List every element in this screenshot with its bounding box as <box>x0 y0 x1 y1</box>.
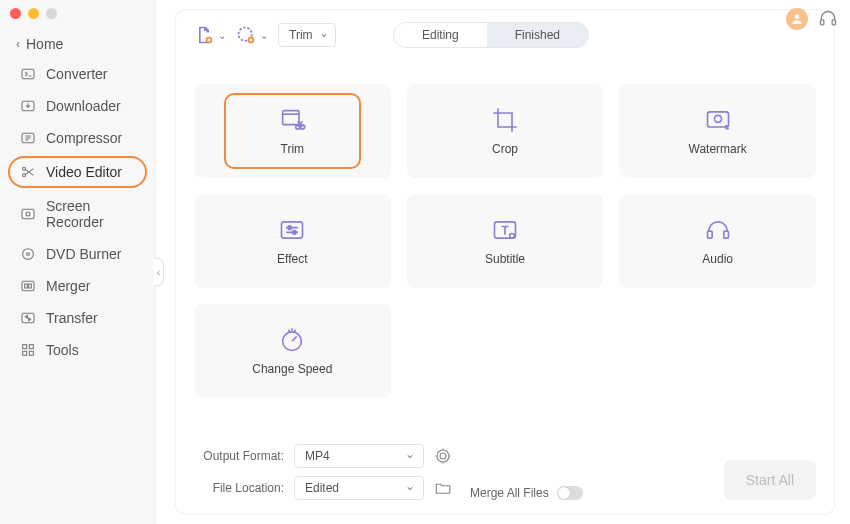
tool-mode-value: Trim <box>289 28 313 42</box>
svg-point-6 <box>23 167 26 170</box>
record-icon <box>20 206 36 222</box>
sidebar-item-video-editor[interactable]: Video Editor <box>8 156 147 188</box>
svg-rect-1 <box>821 20 824 25</box>
svg-point-27 <box>288 226 292 230</box>
add-file-icon <box>194 25 214 45</box>
segment-editing[interactable]: Editing <box>394 23 487 47</box>
output-settings-icon[interactable] <box>434 447 452 465</box>
sidebar-item-label: Video Editor <box>46 164 122 180</box>
sidebar-item-compressor[interactable]: Compressor <box>0 122 155 154</box>
sidebar-item-label: Tools <box>46 342 79 358</box>
svg-point-35 <box>437 450 449 462</box>
speed-icon <box>278 326 306 354</box>
sidebar-collapse-handle[interactable]: ‹ <box>154 258 164 286</box>
close-window-dot[interactable] <box>10 8 21 19</box>
svg-rect-26 <box>282 222 303 238</box>
sidebar-item-transfer[interactable]: Transfer <box>0 302 155 334</box>
main-area: ⌄ ⌄ Trim Editing Finished Trim <box>156 0 850 524</box>
sidebar-item-label: Compressor <box>46 130 122 146</box>
svg-point-11 <box>27 253 30 256</box>
sidebar-item-converter[interactable]: Converter <box>0 58 155 90</box>
add-folder-icon <box>236 25 256 45</box>
converter-icon <box>20 66 36 82</box>
tool-tile-crop[interactable]: Crop <box>407 84 604 178</box>
svg-point-25 <box>714 115 721 122</box>
tool-tile-effect[interactable]: Effect <box>194 194 391 288</box>
merge-toggle[interactable] <box>557 486 583 500</box>
chevron-left-icon: ‹ <box>16 37 20 51</box>
svg-rect-12 <box>22 281 34 290</box>
svg-point-30 <box>510 234 515 239</box>
transfer-icon <box>20 310 36 326</box>
svg-rect-32 <box>723 231 728 238</box>
tool-tile-subtitle[interactable]: Subtitle <box>407 194 604 288</box>
svg-point-7 <box>23 174 26 177</box>
svg-rect-24 <box>707 112 728 127</box>
headset-support-icon[interactable] <box>818 9 838 29</box>
start-all-label: Start All <box>746 472 794 488</box>
output-format-label: Output Format: <box>194 449 284 463</box>
selection-ring <box>224 93 361 169</box>
tool-tile-watermark[interactable]: Watermark <box>619 84 816 178</box>
sidebar-item-tools[interactable]: Tools <box>0 334 155 366</box>
avatar-icon[interactable] <box>786 8 808 30</box>
tile-label: Watermark <box>689 142 747 156</box>
svg-rect-15 <box>29 345 33 349</box>
sidebar-item-label: Converter <box>46 66 107 82</box>
sidebar-item-dvd-burner[interactable]: DVD Burner <box>0 238 155 270</box>
segment-finished[interactable]: Finished <box>487 23 588 47</box>
tile-label: Change Speed <box>252 362 332 376</box>
tool-tile-audio[interactable]: Audio <box>619 194 816 288</box>
svg-point-10 <box>23 249 34 260</box>
chevron-down-icon: ⌄ <box>218 30 226 41</box>
minimize-window-dot[interactable] <box>28 8 39 19</box>
svg-point-33 <box>283 332 302 351</box>
start-all-button[interactable]: Start All <box>724 460 816 500</box>
tile-label: Audio <box>702 252 733 266</box>
add-folder-dropdown[interactable]: ⌄ <box>236 25 268 45</box>
open-folder-icon[interactable] <box>434 479 452 497</box>
tool-mode-select[interactable]: Trim <box>278 23 336 47</box>
tile-label: Crop <box>492 142 518 156</box>
sidebar-item-merger[interactable]: Merger <box>0 270 155 302</box>
bottom-bar: Output Format: MP4 File Location: Edited… <box>194 424 816 500</box>
output-format-row: Output Format: MP4 <box>194 444 452 468</box>
toolbar: ⌄ ⌄ Trim Editing Finished <box>194 22 816 48</box>
tool-grid: Trim Crop Watermark Effect Subtitle Audi <box>194 84 816 398</box>
file-location-select[interactable]: Edited <box>294 476 424 500</box>
file-location-row: File Location: Edited <box>194 476 452 500</box>
sidebar-item-downloader[interactable]: Downloader <box>0 90 155 122</box>
audio-icon <box>704 216 732 244</box>
home-nav[interactable]: ‹ Home <box>0 30 155 58</box>
merge-all-files: Merge All Files <box>470 486 583 500</box>
chevron-down-icon: ⌄ <box>260 30 268 41</box>
crop-icon <box>491 106 519 134</box>
svg-point-28 <box>293 231 297 235</box>
svg-rect-2 <box>832 20 835 25</box>
merge-label: Merge All Files <box>470 486 549 500</box>
output-format-select[interactable]: MP4 <box>294 444 424 468</box>
output-format-value: MP4 <box>305 449 330 463</box>
watermark-icon <box>704 106 732 134</box>
top-right-controls <box>786 8 838 30</box>
tool-tile-change-speed[interactable]: Change Speed <box>194 304 391 398</box>
effect-icon <box>278 216 306 244</box>
tools-grid-icon <box>20 342 36 358</box>
home-label: Home <box>26 36 63 52</box>
file-location-value: Edited <box>305 481 339 495</box>
tool-tile-trim[interactable]: Trim <box>194 84 391 178</box>
scissors-icon <box>20 164 36 180</box>
editor-panel: ⌄ ⌄ Trim Editing Finished Trim <box>176 10 834 514</box>
svg-rect-31 <box>707 231 712 238</box>
compressor-icon <box>20 130 36 146</box>
zoom-window-dot[interactable] <box>46 8 57 19</box>
sidebar-item-screen-recorder[interactable]: Screen Recorder <box>0 190 155 238</box>
sidebar-item-label: DVD Burner <box>46 246 121 262</box>
svg-rect-13 <box>22 313 34 322</box>
svg-rect-8 <box>22 209 34 218</box>
tile-label: Subtitle <box>485 252 525 266</box>
sidebar: ‹ Home Converter Downloader Compressor V… <box>0 0 156 524</box>
svg-rect-16 <box>23 351 27 355</box>
add-file-dropdown[interactable]: ⌄ <box>194 25 226 45</box>
sidebar-item-label: Transfer <box>46 310 98 326</box>
